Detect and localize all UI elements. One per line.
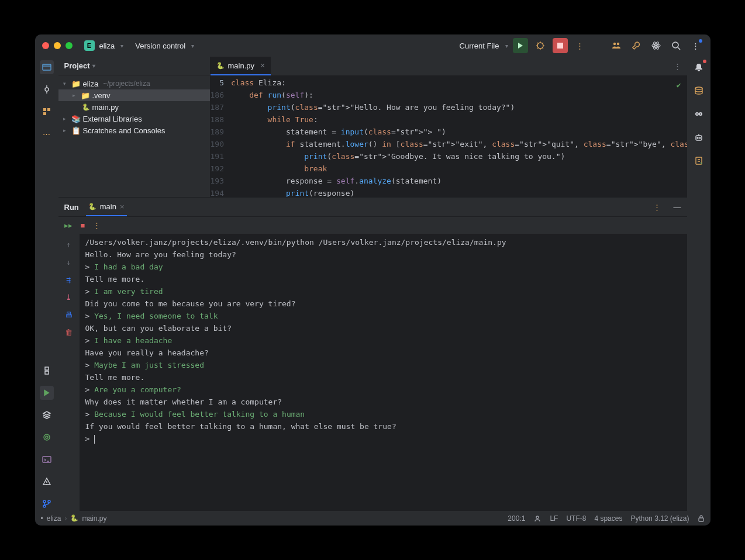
layers-icon [42, 410, 51, 420]
svg-point-15 [46, 436, 48, 438]
coverage-button[interactable] [692, 154, 706, 168]
terminal-icon [42, 455, 51, 464]
stop-run-button[interactable]: ■ [81, 221, 85, 230]
settings-button[interactable]: ⋮ [688, 38, 703, 53]
svg-point-27 [699, 137, 701, 139]
debug-button[interactable] [533, 38, 548, 53]
code-with-me-button[interactable] [609, 38, 624, 53]
run-tab-main[interactable]: 🐍 main × [86, 198, 127, 216]
database-button[interactable] [692, 84, 706, 98]
ai-chat-button[interactable] [692, 130, 706, 144]
tab-options-button[interactable]: ⋮ [674, 62, 681, 71]
search-icon [671, 41, 681, 50]
run-tool-button[interactable] [40, 386, 54, 400]
person-icon [533, 514, 541, 523]
svg-point-26 [697, 137, 698, 139]
editor-tab-main[interactable]: 🐍 main.py × [211, 57, 271, 75]
indent[interactable]: 4 spaces [594, 514, 622, 523]
warning-icon [42, 477, 51, 486]
copilot-icon [694, 109, 703, 119]
more-tool-button[interactable]: ⋯ [40, 127, 54, 141]
editor-area: 🐍 main.py × ⋮ 51861871881891901911921931… [211, 57, 687, 197]
python-console-button[interactable] [40, 364, 54, 378]
run-more-button[interactable]: ⋮ [93, 221, 101, 230]
run-button[interactable] [513, 38, 528, 53]
tree-venv[interactable]: ▸ 📁 .venv [58, 89, 210, 101]
commit-icon [42, 85, 51, 94]
lock-icon[interactable] [698, 515, 705, 522]
project-tool-button[interactable] [40, 60, 54, 74]
copilot-button[interactable] [692, 107, 706, 121]
wrench-icon [632, 41, 641, 50]
run-options-button[interactable]: ⋮ [653, 203, 661, 212]
minimize-window-button[interactable] [54, 42, 61, 49]
tree-root[interactable]: ▾ 📁 eliza ~/projects/eliza [58, 78, 210, 89]
rerun-button[interactable]: ▸▸ [64, 221, 73, 230]
maximize-window-button[interactable] [65, 42, 73, 49]
gear-icon [42, 433, 51, 442]
soft-wrap-button[interactable]: ⇶ [63, 274, 75, 285]
note-icon [694, 156, 703, 165]
scroll-end-button[interactable]: ⤓ [63, 291, 75, 303]
vcs-button[interactable] [40, 497, 54, 511]
readonly-indicator[interactable] [533, 514, 541, 523]
breadcrumb[interactable]: • eliza › 🐍 main.py [41, 514, 107, 523]
python-icon: 🐍 [216, 62, 225, 70]
svg-point-7 [655, 45, 656, 46]
project-name[interactable]: eliza [99, 42, 115, 50]
code-content[interactable]: class Eliza: def run(self): print(class=… [231, 75, 687, 197]
project-tree[interactable]: ▾ 📁 eliza ~/projects/eliza ▸ 📁 .venv 🐍 [58, 75, 210, 139]
search-button[interactable] [668, 38, 684, 53]
run-config-selector[interactable]: Current File [460, 42, 499, 50]
svg-rect-12 [47, 108, 50, 111]
project-panel-header[interactable]: Project▾ [58, 57, 210, 75]
chevron-down-icon: ▾ [505, 43, 508, 49]
project-badge[interactable]: E [84, 40, 95, 51]
line-separator[interactable]: LF [550, 514, 558, 523]
svg-rect-1 [557, 43, 563, 49]
commit-tool-button[interactable] [40, 82, 54, 96]
code-editor[interactable]: 5186187188189190191192193194195 class El… [211, 75, 687, 197]
stop-button[interactable] [553, 38, 568, 53]
down-button[interactable]: ↓ [63, 256, 75, 268]
bug-icon [536, 41, 545, 50]
services-button[interactable] [40, 408, 54, 422]
console-output[interactable]: /Users/volker.janz/projects/eliza/.venv/… [80, 234, 687, 511]
ai-button[interactable] [649, 38, 664, 53]
structure-tool-button[interactable] [40, 105, 54, 119]
inspection-ok-icon[interactable]: ✔ [677, 79, 681, 91]
more-actions-button[interactable]: ⋮ [572, 38, 588, 53]
python-packages-button[interactable] [40, 430, 54, 444]
encoding[interactable]: UTF-8 [566, 514, 586, 523]
svg-rect-30 [699, 518, 703, 521]
close-tab-button[interactable]: × [260, 61, 265, 70]
problems-button[interactable] [40, 475, 54, 489]
run-tool-label[interactable]: Run [64, 203, 79, 212]
vcs-menu[interactable]: Version control [135, 42, 185, 50]
hide-panel-button[interactable]: — [674, 203, 681, 212]
python-icon [42, 366, 51, 375]
notifications-button[interactable] [692, 60, 706, 74]
ide-window: E eliza ▾ Version control ▾ Current File… [35, 34, 710, 526]
caret-position[interactable]: 200:1 [508, 514, 525, 523]
tree-main-py[interactable]: 🐍 main.py [58, 101, 210, 113]
clear-button[interactable]: 🗑 [63, 326, 75, 338]
folder-icon [42, 63, 51, 72]
tools-button[interactable] [629, 38, 644, 53]
tree-external-libs[interactable]: ▸ 📚 External Libraries [58, 113, 210, 125]
atom-icon [651, 41, 661, 50]
print-button[interactable]: 🖶 [63, 309, 75, 320]
branch-icon [42, 499, 51, 509]
terminal-button[interactable] [40, 452, 54, 466]
close-run-tab-button[interactable]: × [120, 202, 125, 211]
bell-icon [694, 63, 703, 72]
run-side-toolbar: ↑ ↓ ⇶ ⤓ 🖶 🗑 [58, 234, 80, 511]
up-button[interactable]: ↑ [63, 238, 75, 250]
robot-icon [694, 133, 703, 142]
interpreter[interactable]: Python 3.12 (eliza) [630, 514, 689, 523]
right-tool-strip [687, 57, 710, 511]
svg-point-8 [672, 42, 678, 48]
close-window-button[interactable] [42, 42, 49, 49]
stop-icon [557, 43, 563, 49]
tree-scratches[interactable]: ▸ 📋 Scratches and Consoles [58, 125, 210, 136]
